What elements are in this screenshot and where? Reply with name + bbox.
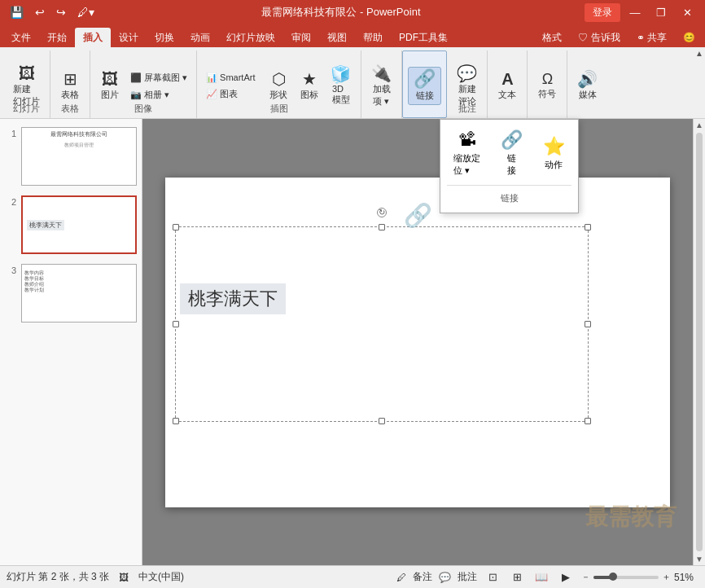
slide-thumb-2[interactable]: 2 桃李满天下 [3,194,138,256]
title-bar-right: 登录 — ❐ ✕ [585,3,698,22]
slide-thumb-3[interactable]: 3 教学内容教学目标教师介绍教学计划 [3,262,138,324]
save-icon[interactable]: 💾 [7,4,27,20]
zoom-in-button[interactable]: ＋ [662,571,671,583]
zoom-level[interactable]: 51% [674,572,698,583]
tab-share[interactable]: ⚭ 共享 [630,28,673,47]
canvas-area[interactable]: ↻ 桃李满天下 🔗 最需教育 [142,119,693,565]
tab-file[interactable]: 文件 [3,28,39,47]
ribbon-toolbar: 🖼 新建幻灯片 幻灯片 ⊞ 表格 表格 🖼 图片 ⬛ 屏幕截图 ▾ [0,47,705,119]
handle-top-center[interactable] [379,224,385,230]
redo-icon[interactable]: ↪ [53,4,69,20]
customize-icon[interactable]: 🖊▾ [74,4,98,20]
sorter-view-button[interactable]: ⊞ [508,570,526,585]
text-button[interactable]: A 文本 [493,68,522,103]
scroll-thumb[interactable] [696,133,703,551]
group-text: A 文本 [488,50,528,118]
tab-tell-me[interactable]: ♡ 告诉我 [571,28,626,47]
zoom-slider[interactable] [593,576,659,579]
icons-icon: ★ [302,71,317,87]
screenshot-button[interactable]: ⬛ 屏幕截图 ▾ [126,70,191,86]
scroll-down-button[interactable]: ▼ [695,555,703,564]
action-button[interactable]: ⭐ 动作 [536,133,571,174]
main-area: 1 最需网络科技有限公司 教师项目管理 2 桃李满天下 3 教学内容教学目标教师… [0,119,705,565]
restore-button[interactable]: ❐ [650,3,672,21]
table-button[interactable]: ⊞ 表格 [55,68,85,103]
smartart-icon: 📊 [206,72,217,83]
notes-label[interactable]: 备注 [413,570,432,584]
text-box-selected[interactable]: ↻ [175,226,589,422]
scroll-up-button[interactable]: ▲ [695,121,703,129]
right-scrollbar[interactable]: ▲ ▼ [693,119,705,565]
handle-top-left[interactable] [173,224,179,230]
tab-slideshow[interactable]: 幻灯片放映 [218,28,283,47]
3d-models-button[interactable]: 🧊 3D模型 [326,64,356,108]
comments-label[interactable]: 批注 [458,570,477,584]
handle-bottom-right[interactable] [585,418,591,424]
symbol-button[interactable]: Ω 符号 [532,69,562,103]
handle-middle-right[interactable] [585,321,591,327]
status-bar: 幻灯片 第 2 张，共 3 张 🖼 中文(中国) 🖊 备注 💬 批注 ⊡ ⊞ 📖… [0,565,705,588]
album-icon: 📷 [130,90,142,100]
zoom-out-button[interactable]: － [581,571,590,583]
tab-format[interactable]: 格式 [536,28,568,47]
symbol-icon: Ω [542,72,553,86]
tab-home[interactable]: 开始 [39,28,75,47]
link-dropdown-panel: 📽 缩放定位 ▾ 🔗 链接 ⭐ 动作 链接 [440,119,579,213]
tab-view[interactable]: 视图 [319,28,355,47]
app-title: 最需网络科技有限公 - PowerPoint [98,5,585,20]
presentation-view-button[interactable]: ▶ [557,570,575,585]
handle-bottom-left[interactable] [173,418,179,424]
reading-view-button[interactable]: 📖 [532,570,550,585]
addins-button[interactable]: 🔌 加载项 ▾ [366,63,396,110]
zoom-bar: － ＋ 51% [581,571,698,583]
pictures-button[interactable]: 🖼 图片 [95,68,125,103]
slide-thumb-1[interactable]: 1 最需网络科技有限公司 教师项目管理 [3,125,138,187]
rotate-handle[interactable]: ↻ [377,208,387,217]
notes-icon: 🖊 [396,572,406,583]
tab-emoji[interactable]: 😊 [677,28,702,47]
normal-view-button[interactable]: ⊡ [484,570,501,585]
minimize-button[interactable]: — [624,3,646,21]
tab-review[interactable]: 审阅 [283,28,319,47]
tab-animations[interactable]: 动画 [182,28,218,47]
canvas-link-watermark: 🔗 [404,202,432,229]
tab-design[interactable]: 设计 [111,28,147,47]
table-icon: ⊞ [63,71,77,87]
dropdown-buttons-row: 📽 缩放定位 ▾ 🔗 链接 ⭐ 动作 [447,126,571,180]
slide-number-3: 3 [5,264,16,275]
shapes-icon: ⬡ [272,71,286,87]
smartart-button[interactable]: 📊 SmartArt [202,71,259,85]
tab-help[interactable]: 帮助 [355,28,391,47]
title-bar: 💾 ↩ ↪ 🖊▾ 最需网络科技有限公 - PowerPoint 登录 — ❐ ✕ [0,0,705,24]
tab-transitions[interactable]: 切换 [147,28,182,47]
slide-main-text[interactable]: 桃李满天下 [180,283,286,314]
insert-link-icon: 🔗 [501,129,523,151]
shapes-button[interactable]: ⬡ 形状 [264,68,293,103]
login-button[interactable]: 登录 [585,3,620,22]
media-button[interactable]: 🔊 媒体 [572,68,602,103]
ribbon-right-tabs: 格式 ♡ 告诉我 ⚭ 共享 😊 [536,28,702,47]
handle-bottom-center[interactable] [379,418,385,424]
addins-icon: 🔌 [371,65,392,81]
icons-button[interactable]: ★ 图标 [295,68,324,103]
group-symbols: Ω 符号 [528,50,567,118]
expand-ribbon-button[interactable]: ▲ [695,49,703,58]
slide-panel: 1 最需网络科技有限公司 教师项目管理 2 桃李满天下 3 教学内容教学目标教师… [0,119,142,565]
handle-middle-left[interactable] [173,321,179,327]
insert-link-button[interactable]: 🔗 链接 [493,126,529,180]
link-button[interactable]: 🔗 链接 [408,67,441,105]
zoom-slider-thumb[interactable] [609,573,617,581]
tab-pdf[interactable]: PDF工具集 [391,28,456,47]
tab-insert[interactable]: 插入 [75,28,111,47]
album-button[interactable]: 📷 相册 ▾ [126,87,191,103]
zoom-icon: 📽 [458,129,476,151]
slide-canvas: ↻ 桃李满天下 🔗 [165,178,670,507]
group-links: 🔗 链接 [402,50,447,118]
undo-icon[interactable]: ↩ [32,4,48,20]
zoom-to-button[interactable]: 📽 缩放定位 ▾ [447,126,487,180]
link-icon: 🔗 [414,70,436,88]
close-button[interactable]: ✕ [676,3,698,21]
handle-top-right[interactable] [585,224,591,230]
chart-button[interactable]: 📈 图表 [202,86,259,102]
comment-icon: 💬 [457,65,477,81]
